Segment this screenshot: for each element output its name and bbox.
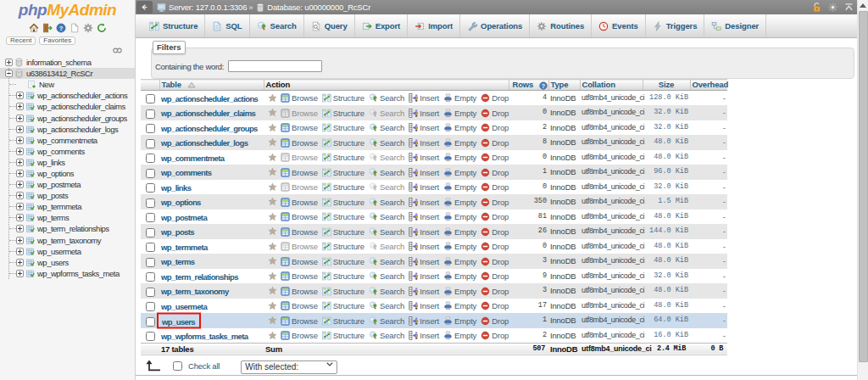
action-drop-link[interactable]: Drop xyxy=(481,151,509,164)
action-empty-link[interactable]: Empty xyxy=(443,92,476,104)
tree-expand-icon[interactable] xyxy=(16,214,24,221)
cell-size[interactable]: 128.0 KiB xyxy=(643,91,690,106)
action-search-link[interactable]: Search xyxy=(369,240,404,253)
action-insert-link[interactable]: Insert xyxy=(409,210,439,223)
tree-item-wp_comments[interactable]: wp_comments xyxy=(0,146,135,157)
tab-routines[interactable]: Routines xyxy=(530,14,592,37)
action-browse-link[interactable]: Browse xyxy=(281,299,318,312)
help-icon[interactable]: ? xyxy=(56,23,66,33)
vertical-scrollbar[interactable] xyxy=(857,0,868,380)
action-insert-link[interactable]: Insert xyxy=(409,255,439,268)
action-drop-link[interactable]: Drop xyxy=(481,329,509,342)
tree-expand-icon[interactable] xyxy=(16,92,24,99)
action-search-link[interactable]: Search xyxy=(369,196,404,209)
recent-button[interactable]: Recent xyxy=(6,36,36,45)
tree-item-wp_termmeta[interactable]: wp_termmeta xyxy=(0,201,135,212)
action-empty-link[interactable]: Empty xyxy=(443,137,476,149)
cell-size[interactable]: 32.0 KiB xyxy=(643,120,690,136)
settings-icon[interactable] xyxy=(83,23,93,33)
action-empty-link[interactable]: Empty xyxy=(443,226,476,238)
action-drop-link[interactable]: Drop xyxy=(481,107,509,120)
tree-expand-icon[interactable] xyxy=(16,259,24,266)
action-browse-link[interactable]: Browse xyxy=(281,270,318,282)
docs-icon[interactable] xyxy=(70,23,80,33)
action-structure-link[interactable]: Structure xyxy=(322,181,364,193)
tree-item-wp_actionscheduler_claims[interactable]: wp_actionscheduler_claims xyxy=(0,101,135,112)
favorite-star-icon[interactable] xyxy=(268,108,277,117)
tree-expand-icon[interactable] xyxy=(16,159,24,166)
back-arrow-button[interactable] xyxy=(136,1,153,14)
action-insert-link[interactable]: Insert xyxy=(409,270,439,282)
tree-expand-icon[interactable] xyxy=(16,248,24,255)
tree-expand-icon[interactable] xyxy=(16,148,24,155)
row-checkbox[interactable] xyxy=(146,228,155,238)
action-drop-link[interactable]: Drop xyxy=(481,92,509,104)
header-collation[interactable]: Collation xyxy=(580,80,643,91)
tree-item-wp_links[interactable]: wp_links xyxy=(0,157,135,168)
action-empty-link[interactable]: Empty xyxy=(443,255,476,268)
with-selected-select[interactable]: With selected: xyxy=(241,360,337,374)
link-with-main-panel-icon[interactable] xyxy=(112,48,123,53)
action-search-link[interactable]: Search xyxy=(369,255,404,268)
table-name-link[interactable]: wp_posts xyxy=(161,227,194,237)
header-size[interactable]: Size xyxy=(643,80,690,91)
favorite-star-icon[interactable] xyxy=(268,331,277,340)
action-insert-link[interactable]: Insert xyxy=(409,285,439,298)
action-insert-link[interactable]: Insert xyxy=(409,226,439,238)
tree-item-wp_posts[interactable]: wp_posts xyxy=(0,190,135,201)
action-browse-link[interactable]: Browse xyxy=(281,196,318,209)
favorite-star-icon[interactable] xyxy=(268,316,277,325)
row-checkbox[interactable] xyxy=(146,154,155,163)
favorite-star-icon[interactable] xyxy=(268,182,277,192)
action-insert-link[interactable]: Insert xyxy=(409,151,439,164)
cell-size[interactable]: 64.0 KiB xyxy=(643,313,690,328)
tab-search[interactable]: Search xyxy=(250,14,304,37)
breadcrumb-server[interactable]: Server: 127.0.0.1:3306 xyxy=(169,3,247,12)
action-browse-link[interactable]: Browse xyxy=(281,121,318,134)
row-checkbox[interactable] xyxy=(146,213,155,222)
action-browse-link[interactable]: Browse xyxy=(281,92,318,104)
action-structure-link[interactable]: Structure xyxy=(322,270,364,282)
action-insert-link[interactable]: Insert xyxy=(409,107,439,120)
cell-size[interactable]: 48.0 KiB xyxy=(643,150,690,165)
action-structure-link[interactable]: Structure xyxy=(322,329,364,342)
table-name-link[interactable]: wp_usermeta xyxy=(161,302,207,311)
action-drop-link[interactable]: Drop xyxy=(481,196,509,209)
rows-help-icon[interactable]: ? xyxy=(539,81,548,90)
table-name-link[interactable]: wp_links xyxy=(161,183,191,193)
action-empty-link[interactable]: Empty xyxy=(443,121,476,134)
cell-size[interactable]: 48.0 KiB xyxy=(643,210,690,225)
tree-expand-icon[interactable] xyxy=(16,137,24,144)
action-search-link[interactable]: Search xyxy=(369,329,404,342)
action-search-link[interactable]: Search xyxy=(369,299,404,312)
cell-size[interactable]: 48.0 KiB xyxy=(643,239,690,254)
check-all-checkbox[interactable] xyxy=(173,361,182,371)
action-search-link[interactable]: Search xyxy=(369,121,404,134)
action-insert-link[interactable]: Insert xyxy=(409,196,439,209)
lock-icon[interactable] xyxy=(811,2,822,13)
tree-item-wp_options[interactable]: wp_options xyxy=(0,168,135,179)
action-structure-link[interactable]: Structure xyxy=(322,92,364,104)
action-browse-link[interactable]: Browse xyxy=(281,285,318,298)
action-browse-link[interactable]: Browse xyxy=(281,255,318,268)
action-empty-link[interactable]: Empty xyxy=(443,285,476,298)
action-search-link[interactable]: Search xyxy=(369,285,404,298)
cell-size[interactable]: 48.0 KiB xyxy=(643,135,690,150)
tab-sql[interactable]: SQL xyxy=(205,14,249,37)
tab-events[interactable]: Events xyxy=(592,14,646,37)
tree-item-wp_terms[interactable]: wp_terms xyxy=(0,212,135,223)
cell-size[interactable]: 32.0 KiB xyxy=(643,180,690,195)
table-name-link[interactable]: wp_postmeta xyxy=(161,213,207,222)
favorite-star-icon[interactable] xyxy=(268,226,277,236)
action-browse-link[interactable]: Browse xyxy=(281,181,318,193)
action-search-link[interactable]: Search xyxy=(369,137,404,149)
preferences-gear-icon[interactable] xyxy=(827,2,838,13)
action-structure-link[interactable]: Structure xyxy=(322,151,364,164)
tree-expand-icon[interactable] xyxy=(16,126,24,133)
favorite-star-icon[interactable] xyxy=(268,137,277,147)
cell-size[interactable]: 48.0 KiB xyxy=(643,254,690,269)
action-drop-link[interactable]: Drop xyxy=(481,299,509,312)
action-structure-link[interactable]: Structure xyxy=(322,196,364,209)
row-checkbox[interactable] xyxy=(146,139,155,148)
row-checkbox[interactable] xyxy=(146,183,155,193)
